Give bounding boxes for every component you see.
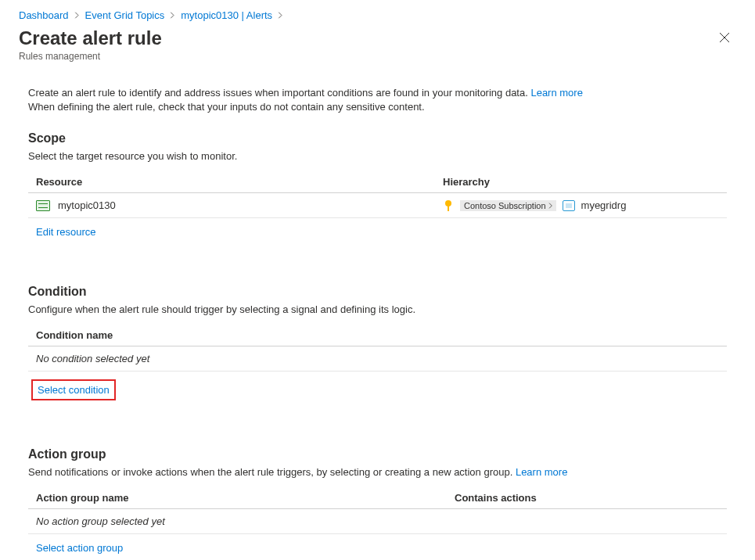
intro-learn-more-link[interactable]: Learn more (530, 87, 582, 99)
col-header-condition-name: Condition name (36, 329, 719, 341)
intro-line1: Create an alert rule to identify and add… (28, 87, 530, 99)
actiongroup-table-header: Action group name Contains actions (28, 487, 727, 509)
scope-table-row: mytopic0130 Contoso Subscription myegrid… (28, 193, 727, 218)
condition-table-row: No condition selected yet (28, 346, 727, 372)
subscription-name: Contoso Subscription (464, 201, 546, 210)
key-icon (443, 200, 454, 211)
condition-heading: Condition (28, 285, 727, 299)
subscription-pill[interactable]: Contoso Subscription (460, 200, 556, 211)
scope-desc: Select the target resource you wish to m… (28, 150, 727, 162)
select-condition-highlight: Select condition (31, 379, 116, 400)
actiongroup-desc-text: Send notifications or invoke actions whe… (28, 466, 516, 478)
breadcrumb: Dashboard Event Grid Topics mytopic0130 … (0, 0, 755, 23)
content-scroll-area[interactable]: Create an alert rule to identify and add… (0, 69, 755, 560)
scope-heading: Scope (28, 131, 727, 145)
intro-line2: When defining the alert rule, check that… (28, 101, 425, 113)
close-button[interactable] (713, 26, 736, 49)
actiongroup-learn-more-link[interactable]: Learn more (516, 466, 567, 478)
col-header-resource: Resource (36, 176, 443, 188)
select-condition-link[interactable]: Select condition (38, 384, 110, 396)
actiongroup-desc: Send notifications or invoke actions whe… (28, 466, 727, 478)
chevron-right-icon (548, 203, 554, 209)
resource-name: mytopic0130 (58, 199, 116, 211)
actiongroup-table: Action group name Contains actions No ac… (28, 487, 727, 534)
actiongroup-table-row: No action group selected yet (28, 509, 727, 534)
condition-table: Condition name No condition selected yet (28, 325, 727, 372)
scope-table-header: Resource Hierarchy (28, 171, 727, 193)
actiongroup-placeholder: No action group selected yet (36, 515, 455, 527)
breadcrumb-alerts[interactable]: mytopic0130 | Alerts (181, 9, 272, 21)
edit-resource-link[interactable]: Edit resource (36, 226, 96, 238)
chevron-right-icon (74, 12, 81, 19)
actiongroup-heading: Action group (28, 447, 727, 461)
condition-desc: Configure when the alert rule should tri… (28, 303, 727, 315)
condition-table-header: Condition name (28, 325, 727, 346)
close-icon (719, 32, 730, 43)
chevron-right-icon (277, 12, 284, 19)
col-header-actiongroup-name: Action group name (36, 492, 455, 504)
topic-icon (36, 200, 50, 211)
resource-group-name: myegridrg (581, 199, 627, 211)
col-header-contains-actions: Contains actions (455, 492, 719, 504)
page-title: Create alert rule (19, 27, 162, 49)
page-subtitle: Rules management (0, 51, 755, 70)
chevron-right-icon (169, 12, 176, 19)
col-header-hierarchy: Hierarchy (443, 176, 719, 188)
breadcrumb-dashboard[interactable]: Dashboard (19, 9, 69, 21)
intro-text: Create an alert rule to identify and add… (28, 86, 727, 114)
breadcrumb-topics[interactable]: Event Grid Topics (85, 9, 165, 21)
condition-placeholder: No condition selected yet (36, 353, 719, 364)
scope-table: Resource Hierarchy mytopic0130 Contoso S… (28, 171, 727, 218)
select-actiongroup-link[interactable]: Select action group (36, 542, 123, 554)
resource-group-icon (563, 200, 575, 211)
